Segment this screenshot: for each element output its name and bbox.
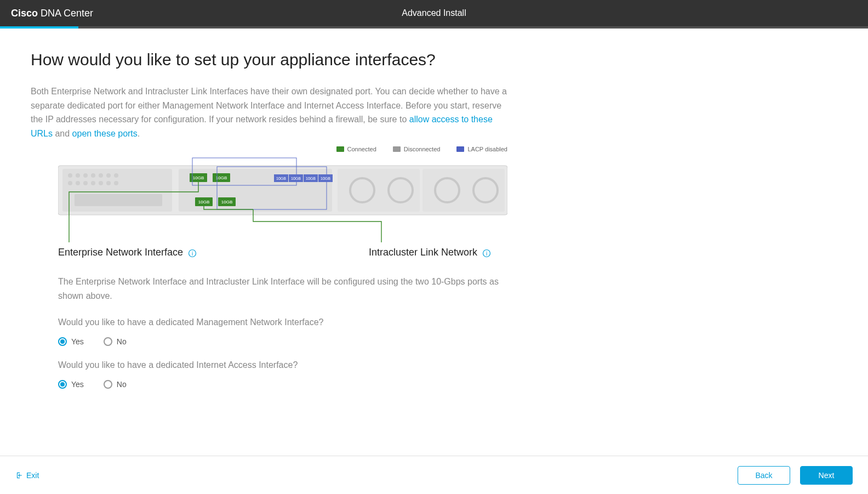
svg-text:10GB: 10GB bbox=[276, 177, 286, 180]
svg-point-15 bbox=[114, 181, 118, 185]
radio-circle-icon bbox=[58, 337, 67, 346]
legend-disconnected: Disconnected bbox=[393, 146, 441, 152]
port-green-4: 10GB bbox=[218, 197, 236, 206]
radio-circle-icon bbox=[104, 380, 112, 389]
legend-connected: Connected bbox=[336, 146, 376, 152]
brand-light: DNA Center bbox=[41, 8, 93, 19]
header-title: Advanced Install bbox=[402, 8, 466, 18]
radio-label-no: No bbox=[117, 380, 127, 389]
info-icon[interactable]: i bbox=[482, 249, 491, 258]
svg-text:10GB: 10GB bbox=[306, 177, 316, 180]
svg-text:10GB: 10GB bbox=[321, 177, 330, 180]
progress-bar-fill bbox=[0, 26, 78, 29]
swatch-connected-icon bbox=[336, 146, 344, 152]
radio-internet-no[interactable]: No bbox=[104, 380, 127, 389]
wizard-footer: Exit Back Next bbox=[0, 456, 868, 494]
intro-period: . bbox=[138, 129, 140, 138]
svg-text:10GB: 10GB bbox=[198, 200, 209, 205]
brand: Cisco DNA Center bbox=[11, 8, 93, 19]
app-header: Cisco DNA Center Advanced Install bbox=[0, 0, 868, 26]
exit-label: Exit bbox=[26, 471, 39, 480]
exit-icon bbox=[15, 472, 23, 479]
svg-point-11 bbox=[83, 181, 88, 185]
svg-point-14 bbox=[106, 181, 111, 185]
radio-label-no: No bbox=[117, 337, 127, 346]
diagram-area: Connected Disconnected LACP disabled 10G… bbox=[58, 146, 837, 258]
legend-connected-label: Connected bbox=[347, 146, 376, 152]
svg-rect-16 bbox=[75, 194, 162, 206]
progress-bar-track bbox=[0, 26, 868, 29]
intro-and: and bbox=[53, 129, 72, 138]
svg-text:10GB: 10GB bbox=[193, 175, 204, 180]
exit-button[interactable]: Exit bbox=[15, 471, 39, 480]
brand-strong: Cisco bbox=[11, 8, 38, 19]
svg-text:10GB: 10GB bbox=[221, 200, 232, 205]
next-button[interactable]: Next bbox=[800, 466, 853, 485]
port-blue-2: 10GB bbox=[289, 174, 303, 182]
page-heading: How would you like to set up your applia… bbox=[31, 50, 837, 69]
radio-group-management: Yes No bbox=[58, 337, 837, 346]
back-button[interactable]: Back bbox=[738, 466, 790, 485]
port-green-3: 10GB bbox=[195, 197, 213, 206]
interface-labels-row: Enterprise Network Interface i Intraclus… bbox=[58, 247, 507, 258]
radio-circle-icon bbox=[58, 380, 67, 389]
radio-label-yes: Yes bbox=[71, 380, 84, 389]
enterprise-interface-text: Enterprise Network Interface bbox=[58, 247, 183, 258]
legend-lacp: LACP disabled bbox=[456, 146, 507, 152]
appliance-diagram: 10GB 10GB 10GB 10GB 10GB 10GB 10GB 10GB bbox=[58, 156, 507, 243]
radio-group-internet: Yes No bbox=[58, 380, 837, 389]
svg-text:10GB: 10GB bbox=[291, 177, 301, 180]
svg-point-9 bbox=[68, 181, 72, 185]
svg-point-5 bbox=[91, 173, 95, 178]
svg-point-7 bbox=[106, 173, 111, 178]
svg-text:i: i bbox=[486, 251, 487, 257]
port-blue-3: 10GB bbox=[304, 174, 318, 182]
svg-point-6 bbox=[99, 173, 103, 178]
legend-disconnected-label: Disconnected bbox=[404, 146, 441, 152]
svg-point-8 bbox=[114, 173, 118, 178]
svg-text:10GB: 10GB bbox=[216, 175, 227, 180]
radio-circle-icon bbox=[104, 337, 112, 346]
svg-point-3 bbox=[76, 173, 80, 178]
radio-internet-yes[interactable]: Yes bbox=[58, 380, 84, 389]
main-content: How would you like to set up your applia… bbox=[0, 29, 868, 389]
diagram-legend: Connected Disconnected LACP disabled bbox=[58, 146, 507, 152]
svg-point-4 bbox=[83, 173, 88, 178]
intracluster-interface-text: Intracluster Link Network bbox=[369, 247, 477, 258]
enterprise-interface-label: Enterprise Network Interface i bbox=[58, 247, 197, 258]
config-description: The Enterprise Network Interface and Int… bbox=[58, 275, 507, 303]
intro-paragraph: Both Enterprise Network and Intracluster… bbox=[31, 84, 507, 140]
swatch-disconnected-icon bbox=[393, 146, 401, 152]
port-green-2: 10GB bbox=[213, 173, 230, 182]
radio-management-yes[interactable]: Yes bbox=[58, 337, 84, 346]
port-blue-1: 10GB bbox=[274, 174, 288, 182]
svg-text:i: i bbox=[192, 251, 193, 257]
svg-point-12 bbox=[91, 181, 95, 185]
radio-management-no[interactable]: No bbox=[104, 337, 127, 346]
question-internet: Would you like to have a dedicated Inter… bbox=[58, 360, 837, 370]
port-blue-4: 10GB bbox=[318, 174, 333, 182]
svg-point-10 bbox=[76, 181, 80, 185]
question-management: Would you like to have a dedicated Manag… bbox=[58, 317, 837, 327]
open-ports-link[interactable]: open these ports bbox=[72, 129, 138, 138]
legend-lacp-label: LACP disabled bbox=[467, 146, 507, 152]
svg-point-2 bbox=[68, 173, 72, 178]
swatch-lacp-icon bbox=[456, 146, 464, 152]
intracluster-interface-label: Intracluster Link Network i bbox=[369, 247, 491, 258]
radio-label-yes: Yes bbox=[71, 337, 84, 346]
info-icon[interactable]: i bbox=[188, 249, 197, 258]
svg-point-13 bbox=[99, 181, 103, 185]
